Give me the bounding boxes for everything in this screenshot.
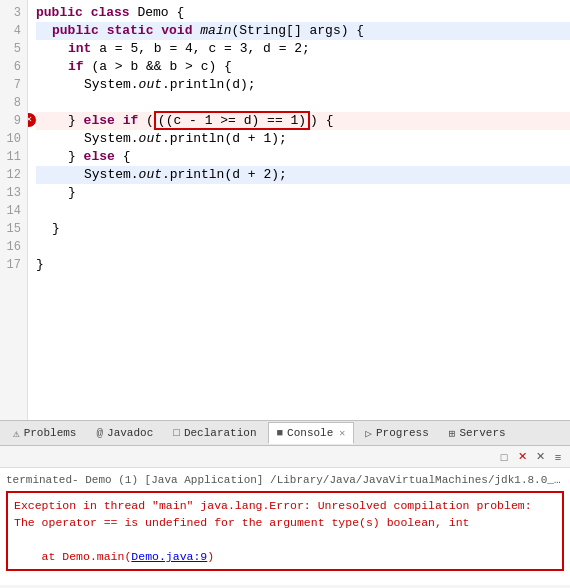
terminated-line: terminated- Demo (1) [Java Application] … [6, 472, 564, 488]
code-line: System.out.println(d); [36, 76, 570, 94]
tab-javadoc[interactable]: @ Javadoc [87, 422, 162, 444]
console-close-icon: ✕ [339, 427, 345, 439]
code-line: public static void main(String[] args) { [36, 22, 570, 40]
terminated-text: terminated- Demo (1) [Java Application] … [6, 474, 564, 486]
code-line: } [36, 220, 570, 238]
error-line-4: at Demo.main(Demo.java:9) [14, 548, 556, 565]
code-editor[interactable]: 3 4 5 6 7 8 9 10 11 12 13 14 15 16 17 pu… [0, 0, 570, 420]
servers-icon: ⊞ [449, 427, 456, 440]
console-icon: ■ [277, 427, 284, 439]
tab-bar: ⚠ Problems @ Javadoc □ Declaration ■ Con… [0, 420, 570, 446]
console-toolbar: □ ✕ ✕ ≡ [0, 446, 570, 468]
code-line [36, 202, 570, 220]
error-stack-link[interactable]: Demo.java:9 [131, 550, 207, 563]
code-content[interactable]: public class Demo { public static void m… [28, 0, 570, 420]
code-line [36, 94, 570, 112]
tab-problems-label: Problems [24, 427, 77, 439]
console-output: terminated- Demo (1) [Java Application] … [0, 468, 570, 578]
code-line: System.out.println(d + 1); [36, 130, 570, 148]
code-line: System.out.println(d + 2); [36, 166, 570, 184]
tab-javadoc-label: Javadoc [107, 427, 153, 439]
problems-icon: ⚠ [13, 427, 20, 440]
tab-progress-label: Progress [376, 427, 429, 439]
code-line: } [36, 256, 570, 274]
tab-declaration-label: Declaration [184, 427, 257, 439]
tab-console[interactable]: ■ Console ✕ [268, 422, 355, 444]
code-line: public class Demo { [36, 4, 570, 22]
tab-problems[interactable]: ⚠ Problems [4, 422, 85, 444]
error-output-box: Exception in thread "main" java.lang.Err… [6, 491, 564, 571]
bottom-panel: ⚠ Problems @ Javadoc □ Declaration ■ Con… [0, 420, 570, 585]
menu-button[interactable]: ≡ [550, 449, 566, 465]
line-numbers: 3 4 5 6 7 8 9 10 11 12 13 14 15 16 17 [0, 0, 28, 420]
error-code-line: ✕ } else if (((c - 1 >= d) == 1)) { [36, 112, 570, 130]
declaration-icon: □ [173, 427, 180, 439]
tab-console-label: Console [287, 427, 333, 439]
error-line-3 [14, 531, 556, 548]
code-line: if (a > b && b > c) { [36, 58, 570, 76]
clear-button[interactable]: ✕ [532, 449, 548, 465]
code-line [36, 238, 570, 256]
progress-icon: ▷ [365, 427, 372, 440]
code-line: } else { [36, 148, 570, 166]
tab-servers-label: Servers [459, 427, 505, 439]
tab-servers[interactable]: ⊞ Servers [440, 422, 515, 444]
stop-button[interactable]: ✕ [514, 449, 530, 465]
error-line-1: Exception in thread "main" java.lang.Err… [14, 497, 556, 514]
console-area: □ ✕ ✕ ≡ terminated- Demo (1) [Java Appli… [0, 446, 570, 585]
error-line-2: The operator == is undefined for the arg… [14, 514, 556, 531]
javadoc-icon: @ [96, 427, 103, 439]
tab-progress[interactable]: ▷ Progress [356, 422, 437, 444]
minimize-button[interactable]: □ [496, 449, 512, 465]
code-line: int a = 5, b = 4, c = 3, d = 2; [36, 40, 570, 58]
tab-declaration[interactable]: □ Declaration [164, 422, 265, 444]
error-marker-icon: ✕ [28, 113, 36, 127]
code-line: } [36, 184, 570, 202]
